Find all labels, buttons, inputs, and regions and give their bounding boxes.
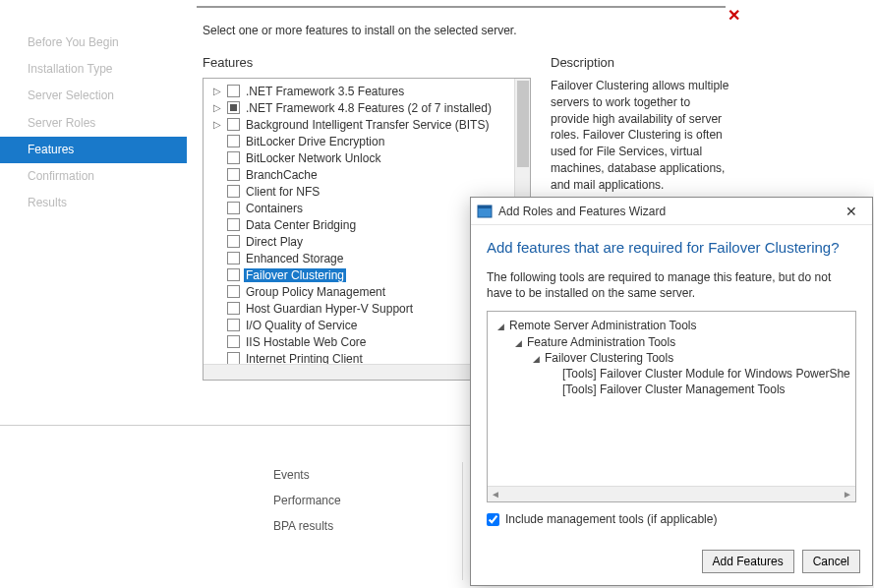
feature-label: .NET Framework 4.8 Features (2 of 7 inst… [244,101,494,115]
include-tools-label: Include management tools (if applicable) [505,512,717,526]
feature-checkbox[interactable] [227,135,240,147]
feature-checkbox[interactable] [227,235,240,248]
description-heading: Description [551,55,731,70]
feature-row[interactable]: ▷.NET Framework 3.5 Features [205,83,528,99]
lower-section: Events Performance BPA results [246,462,472,539]
sidebar-item-confirmation[interactable]: Confirmation [0,163,187,190]
feature-label: Data Center Bridging [244,218,358,232]
dialog-hscrollbar[interactable]: ◄ ► [488,486,855,501]
dialog-message: The following tools are required to mana… [487,269,856,301]
cancel-button[interactable]: Cancel [802,550,860,573]
feature-checkbox[interactable] [227,285,240,298]
feature-row[interactable]: ▷Background Intelligent Transfer Service… [205,116,528,133]
instruction-text: Select one or more features to install o… [203,24,731,37]
feature-checkbox[interactable] [227,101,240,114]
description-text: Failover Clustering allows multiple serv… [551,78,731,194]
feature-checkbox[interactable] [227,168,240,181]
dialog-footer: Add Features Cancel [471,542,872,585]
expander-icon[interactable]: ▷ [211,86,223,96]
feature-checkbox[interactable] [227,218,240,231]
expander-icon[interactable]: ◢ [533,353,545,365]
dialog-tree-row[interactable]: ◢Feature Administration Tools [492,334,851,350]
performance-link[interactable]: Performance [246,488,472,513]
expander-icon[interactable]: ◢ [515,337,527,349]
svg-rect-1 [478,206,492,208]
sidebar-item-features[interactable]: Features [0,137,187,163]
events-link[interactable]: Events [246,462,472,488]
sidebar-item-installation-type[interactable]: Installation Type [0,56,187,83]
dialog-tree-row[interactable]: ◢Failover Clustering Tools [492,350,851,366]
feature-checkbox[interactable] [227,151,240,164]
feature-checkbox[interactable] [227,85,240,97]
feature-row[interactable]: BranchCache [205,166,528,183]
sidebar-item-server-roles[interactable]: Server Roles [0,110,187,137]
feature-row[interactable]: BitLocker Network Unlock [205,149,528,166]
feature-label: Containers [244,202,305,215]
features-heading: Features [203,55,531,70]
feature-row[interactable]: ▷.NET Framework 4.8 Features (2 of 7 ins… [205,99,528,116]
lower-divider [462,462,463,580]
feature-label: Direct Play [244,235,305,249]
dialog-title: Add Roles and Features Wizard [498,205,837,218]
feature-label: BitLocker Drive Encryption [244,135,386,148]
wizard-icon [477,204,493,219]
feature-label: IIS Hostable Web Core [244,335,369,349]
dialog-heading: Add features that are required for Failo… [487,239,856,256]
feature-checkbox[interactable] [227,202,240,214]
dialog-tree-row[interactable]: ◢Remote Server Administration Tools [492,318,851,333]
scroll-left-icon[interactable]: ◄ [488,487,503,501]
dialog-tree: ◢Remote Server Administration Tools◢Feat… [487,311,856,502]
feature-checkbox[interactable] [227,252,240,265]
feature-checkbox[interactable] [227,302,240,315]
feature-label: .NET Framework 3.5 Features [244,85,406,98]
confirm-dialog: Add Roles and Features Wizard ✕ Add feat… [470,197,873,586]
sidebar-item-before-you-begin[interactable]: Before You Begin [0,29,187,56]
expander-icon[interactable]: ▷ [211,119,223,130]
dialog-tree-label: [Tools] Failover Cluster Management Tool… [562,382,786,396]
dialog-tree-label: Remote Server Administration Tools [509,319,697,332]
include-tools-row[interactable]: Include management tools (if applicable) [487,502,856,532]
bpa-link[interactable]: BPA results [246,513,472,539]
feature-checkbox[interactable] [227,319,240,331]
scroll-right-icon[interactable]: ► [840,487,855,501]
dialog-titlebar: Add Roles and Features Wizard ✕ [471,198,872,225]
dialog-tree-label: [Tools] Failover Cluster Module for Wind… [562,367,850,381]
dialog-tree-label: Feature Administration Tools [527,335,675,349]
expander-icon[interactable]: ◢ [497,321,509,332]
feature-row[interactable]: BitLocker Drive Encryption [205,133,528,149]
feature-label: Group Policy Management [244,285,387,299]
feature-label: Host Guardian Hyper-V Support [244,302,415,316]
feature-label: BitLocker Network Unlock [244,151,382,165]
dialog-tree-row[interactable]: [Tools] Failover Cluster Management Tool… [492,382,851,397]
horizontal-scrollbar[interactable] [204,364,514,380]
feature-checkbox[interactable] [227,268,240,281]
expander-icon[interactable]: ▷ [211,102,223,113]
feature-label: I/O Quality of Service [244,319,359,332]
add-features-button[interactable]: Add Features [702,550,794,573]
dialog-tree-row[interactable]: [Tools] Failover Cluster Module for Wind… [492,366,851,382]
feature-checkbox[interactable] [227,185,240,198]
feature-label: Failover Clustering [244,268,346,282]
feature-checkbox[interactable] [227,335,240,348]
feature-label: Background Intelligent Transfer Service … [244,118,491,132]
wizard-sidebar: Before You BeginInstallation TypeServer … [0,0,187,403]
feature-label: BranchCache [244,168,320,182]
include-tools-checkbox[interactable] [487,513,499,526]
sidebar-item-server-selection[interactable]: Server Selection [0,83,187,109]
sidebar-item-results[interactable]: Results [0,190,187,216]
dialog-close-icon[interactable]: ✕ [837,204,866,219]
feature-checkbox[interactable] [227,118,240,131]
feature-label: Enhanced Storage [244,252,345,265]
feature-label: Client for NFS [244,185,321,199]
dialog-tree-label: Failover Clustering Tools [545,351,673,365]
